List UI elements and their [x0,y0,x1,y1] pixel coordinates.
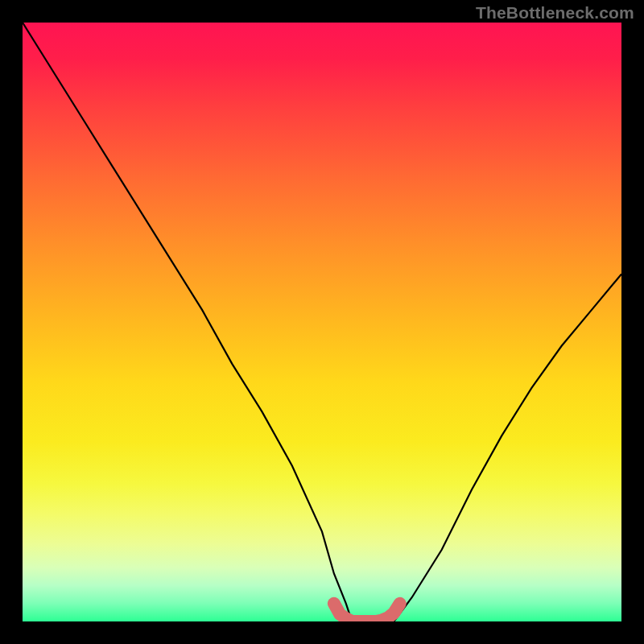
bottleneck-curve [23,23,621,621]
chart-frame: TheBottleneck.com [0,0,644,644]
watermark-text: TheBottleneck.com [476,3,634,23]
chart-svg [23,23,621,621]
plot-area [23,23,621,621]
curve-group [23,23,621,621]
flat-bottom-highlight [334,604,400,621]
